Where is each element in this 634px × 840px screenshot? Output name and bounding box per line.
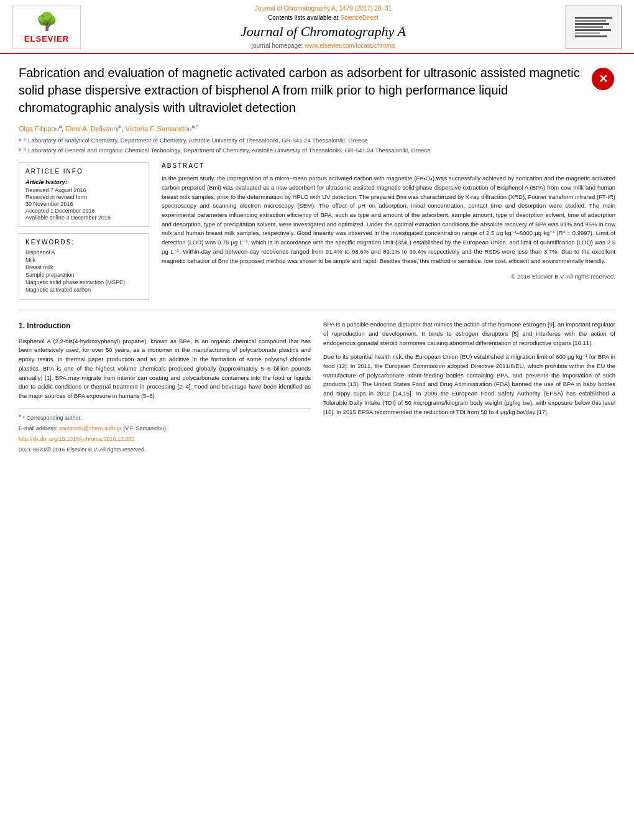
homepage-link[interactable]: www.elsevier.com/locate/chroma — [305, 42, 395, 49]
author-filippou[interactable]: Olga Filippou — [19, 125, 59, 132]
left-column: ARTICLE INFO Article history: Received 7… — [19, 162, 149, 300]
cover-line — [575, 35, 607, 37]
keywords-heading: Keywords: — [25, 239, 142, 246]
body-left-col: 1. Introduction Bisphenol A (2,2-bis(4-h… — [19, 320, 311, 456]
sciencedirect-link[interactable]: ScienceDirect — [340, 14, 379, 21]
keywords-box: Keywords: Bisphenol A Milk Breast milk S… — [19, 233, 149, 300]
article-title: Fabrication and evaluation of magnetic a… — [19, 64, 590, 116]
tree-icon: 🌳 — [36, 11, 58, 32]
doi-link[interactable]: http://dx.doi.org/10.1016/j.chroma.2016.… — [19, 436, 135, 442]
intro-text-right-2: Due to its potential health risk, the Eu… — [323, 353, 615, 417]
copyright-notice: © 2016 Elsevier B.V. All rights reserved… — [162, 270, 615, 280]
revised-date: 30 November 2016 — [25, 201, 142, 207]
svg-text:✕: ✕ — [599, 73, 608, 85]
keyword-breast-milk: Breast milk — [25, 264, 142, 270]
journal-homepage: journal homepage: www.elsevier.com/locat… — [93, 42, 553, 49]
title-area: Fabrication and evaluation of magnetic a… — [19, 64, 615, 116]
journal-cover-image — [566, 6, 622, 49]
keyword-bisphenol: Bisphenol A — [25, 249, 142, 256]
abstract-section: ABSTRACT In the present study, the impre… — [162, 162, 615, 300]
cover-line — [575, 32, 600, 34]
authors-line: Olga Filippoua, Eleni A. Deliyannib, Vic… — [19, 124, 615, 132]
abstract-heading: ABSTRACT — [162, 162, 615, 169]
page-header: 🌳 ELSEVIER Journal of Chromatography A, … — [0, 0, 634, 54]
footnotes-area: * * Corresponding author. E-mail address… — [19, 408, 311, 455]
email-link[interactable]: samanidu@chem.auth.gr — [59, 425, 122, 432]
cover-line — [575, 20, 606, 22]
main-content: Fabrication and evaluation of magnetic a… — [0, 54, 634, 469]
elsevier-logo: 🌳 ELSEVIER — [12, 6, 81, 49]
author-samanidou[interactable]: Victoria F. Samanidou — [126, 125, 192, 132]
footnote-star: * * Corresponding author. — [19, 413, 311, 423]
affiliation-b: b ᵇ Laboratory of General and Inorganic … — [19, 146, 615, 155]
section-divider — [19, 310, 615, 310]
affiliations: a ᵃ Laboratory of Analytical Chemistry, … — [19, 136, 615, 155]
footnote-email: E-mail address: samanidu@chem.auth.gr (V… — [19, 425, 311, 433]
intro-text-right: BPA is a possible endocrine disruptor th… — [323, 320, 615, 348]
journal-link[interactable]: Journal of Chromatography A, 1479 (2017)… — [93, 5, 553, 12]
body-section: 1. Introduction Bisphenol A (2,2-bis(4-h… — [19, 320, 615, 456]
body-right-col: BPA is a possible endocrine disruptor th… — [323, 320, 615, 456]
contents-text: Contents lists available at ScienceDirec… — [93, 14, 553, 21]
header-center: Journal of Chromatography A, 1479 (2017)… — [81, 5, 566, 49]
keyword-mac: Magnetic activated carbon — [25, 287, 142, 293]
cover-line — [575, 23, 609, 25]
affiliation-a: a ᵃ Laboratory of Analytical Chemistry, … — [19, 136, 615, 145]
accepted-date: Accepted 1 December 2016 — [25, 208, 142, 214]
crossmark-logo[interactable]: ✕ — [590, 67, 615, 91]
keyword-mspe: Magnetic solid phase extraction (MSPE) — [25, 279, 142, 285]
intro-text-left: Bisphenol A (2,2-bis(4-hydroxyphenyl) pr… — [19, 337, 311, 401]
received-date: Received 7 August 2016 — [25, 187, 142, 193]
article-info-box: ARTICLE INFO Article history: Received 7… — [19, 162, 149, 227]
cover-decoration — [575, 17, 612, 37]
available-date: Available online 3 December 2016 — [25, 215, 142, 221]
article-history-label: Article history: — [25, 178, 142, 185]
cover-line — [575, 29, 611, 31]
revised-label: Received in revised form — [25, 194, 142, 200]
section-1-title: 1. Introduction — [19, 320, 311, 332]
footnote-issn: 0021-9673/© 2016 Elsevier B.V. All right… — [19, 446, 311, 455]
info-abstract-section: ARTICLE INFO Article history: Received 7… — [19, 162, 615, 300]
keyword-sample-prep: Sample preparation — [25, 272, 142, 278]
abstract-text: In the present study, the impregnation o… — [162, 174, 615, 265]
elsevier-wordmark: ELSEVIER — [24, 34, 69, 44]
cover-line — [575, 26, 603, 28]
keyword-milk: Milk — [25, 257, 142, 263]
article-info-heading: ARTICLE INFO — [25, 168, 142, 175]
journal-title-header: Journal of Chromatography A — [93, 24, 553, 40]
author-deliyanni[interactable]: Eleni A. Deliyanni — [65, 125, 119, 132]
cover-line — [575, 17, 612, 19]
footnote-doi: http://dx.doi.org/10.1016/j.chroma.2016.… — [19, 435, 311, 444]
